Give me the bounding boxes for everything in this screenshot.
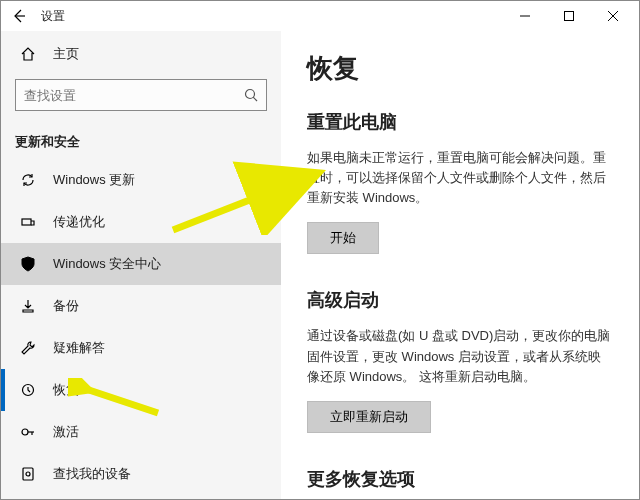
section-header-reset: 重置此电脑	[307, 110, 613, 134]
close-icon	[608, 11, 618, 21]
svg-rect-7	[22, 219, 31, 225]
search-icon	[244, 88, 258, 102]
sidebar-item-label: Windows 安全中心	[53, 255, 161, 273]
titlebar: 设置	[1, 1, 639, 31]
sidebar-item-activation[interactable]: 激活	[1, 411, 281, 453]
svg-point-13	[26, 472, 30, 476]
section-header-more-recovery: 更多恢复选项	[307, 467, 613, 491]
sidebar-section-title: 更新和安全	[1, 119, 281, 159]
sidebar-item-label: 疑难解答	[53, 339, 105, 357]
delivery-icon	[19, 213, 37, 231]
search-input[interactable]	[24, 88, 244, 103]
maximize-button[interactable]	[547, 2, 591, 30]
find-device-icon	[19, 465, 37, 483]
back-button[interactable]	[11, 2, 27, 30]
sidebar: 主页 更新和安全 Windows 更新 传递优化	[1, 31, 281, 499]
section-body-advanced-startup: 通过设备或磁盘(如 U 盘或 DVD)启动，更改你的电脑固件设置，更改 Wind…	[307, 326, 613, 386]
sidebar-item-backup[interactable]: 备份	[1, 285, 281, 327]
sidebar-item-windows-security[interactable]: Windows 安全中心	[1, 243, 281, 285]
sync-icon	[19, 171, 37, 189]
sidebar-item-recovery[interactable]: 恢复	[1, 369, 281, 411]
sidebar-item-label: 激活	[53, 423, 79, 441]
minimize-icon	[520, 11, 530, 21]
sidebar-home-label: 主页	[53, 45, 79, 63]
maximize-icon	[564, 11, 574, 21]
reset-start-button[interactable]: 开始	[307, 222, 379, 254]
svg-line-6	[253, 97, 257, 101]
sidebar-item-label: 传递优化	[53, 213, 105, 231]
sidebar-item-troubleshoot[interactable]: 疑难解答	[1, 327, 281, 369]
svg-rect-12	[23, 468, 33, 480]
svg-point-9	[22, 429, 28, 435]
sidebar-item-delivery-optimization[interactable]: 传递优化	[1, 201, 281, 243]
app-title: 设置	[41, 8, 65, 25]
arrow-left-icon	[11, 8, 27, 24]
restart-now-button[interactable]: 立即重新启动	[307, 401, 431, 433]
key-icon	[19, 423, 37, 441]
search-input-wrapper[interactable]	[15, 79, 267, 111]
sidebar-item-label: 查找我的设备	[53, 465, 131, 483]
shield-icon	[19, 255, 37, 273]
selection-indicator	[1, 369, 5, 411]
close-button[interactable]	[591, 2, 635, 30]
sidebar-item-label: 备份	[53, 297, 79, 315]
sidebar-item-windows-update[interactable]: Windows 更新	[1, 159, 281, 201]
minimize-button[interactable]	[503, 2, 547, 30]
home-icon	[19, 45, 37, 63]
sidebar-home[interactable]: 主页	[1, 35, 281, 73]
sidebar-item-label: Windows 更新	[53, 171, 135, 189]
sidebar-item-label: 恢复	[53, 381, 79, 399]
svg-point-5	[246, 90, 255, 99]
page-title: 恢复	[307, 51, 613, 86]
recovery-icon	[19, 381, 37, 399]
main-panel: 恢复 重置此电脑 如果电脑未正常运行，重置电脑可能会解决问题。重置时，可以选择保…	[281, 31, 639, 499]
backup-icon	[19, 297, 37, 315]
section-header-advanced-startup: 高级启动	[307, 288, 613, 312]
svg-rect-2	[565, 12, 574, 21]
wrench-icon	[19, 339, 37, 357]
section-body-reset: 如果电脑未正常运行，重置电脑可能会解决问题。重置时，可以选择保留个人文件或删除个…	[307, 148, 613, 208]
sidebar-item-find-my-device[interactable]: 查找我的设备	[1, 453, 281, 495]
